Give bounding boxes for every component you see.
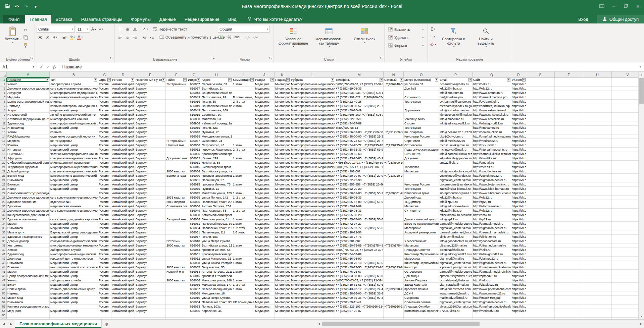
cell-G25[interactable]: 656015 [187,182,201,187]
cell-L27[interactable]: Многопрофильные медицинские центры [290,191,335,196]
cell-M27[interactable]: +7 (3852) 50-01-03, +7 (3852) 50-10-88 [335,191,384,196]
cell-M6[interactable]: +7 (3852) 22-40-28 [335,100,384,104]
cell-F19[interactable]: Докучаево м-н [166,156,187,161]
undo-button[interactable]: ↶▾ [13,2,21,11]
cell-N50[interactable] [384,291,404,296]
cell-I45[interactable]: 1 этаж [232,270,254,274]
cell-I6[interactable]: 2, 3 этаж [232,100,254,104]
cell-C7[interactable]: Россия [98,104,111,108]
cell-C19[interactable]: Россия [98,156,111,161]
cell-F26[interactable] [166,187,187,191]
cell-C3[interactable]: Россия [98,87,111,91]
cell-O8[interactable]: Ядринцева [404,108,439,113]
cell-N55[interactable] [384,313,404,318]
cell-N47[interactable] [384,278,404,283]
cell-K21[interactable]: Многопрофильные медицинские центры [275,165,290,169]
column-header-R[interactable]: R [511,72,526,78]
cell-L15[interactable]: Многопрофильные медицинские центры [290,139,335,143]
filter-button-G[interactable]: ▼ [197,78,200,81]
column-header-D[interactable]: D [111,72,135,78]
cell-O50[interactable]: ДСУ-4 [404,291,439,296]
cell-D8[interactable]: Алтайский край [111,108,135,113]
cell-C14[interactable]: Россия [98,134,111,139]
cell-U4[interactable] [583,91,612,95]
row-header-48[interactable]: 48 [0,283,7,287]
save-button[interactable] [3,2,11,11]
cell-E21[interactable]: Барнаул [135,165,166,169]
cell-N42[interactable] [384,257,404,261]
row-header-53[interactable]: 53 [0,305,7,309]
row-header-8[interactable]: 8 [0,108,7,113]
cell-C32[interactable]: Россия [98,213,111,217]
cell-Q29[interactable]: http://zp22.ru [473,200,511,204]
cell-J42[interactable]: Медицина [254,257,275,261]
cell-M41[interactable]: +7 (3852) 54-67-89 [335,252,384,257]
cell-P18[interactable]: info@barnaul.klinika-rezultat.ru [439,152,473,156]
cell-H36[interactable]: Папанинцев, 111 [201,230,232,235]
cell-K38[interactable]: Многопрофильные медицинские центры [275,239,290,243]
cell-L31[interactable]: Многопрофильные медицинские центры [290,209,335,213]
cell-H25[interactable]: проспект Ленина, 73 [201,182,232,187]
cell-F14[interactable] [166,134,187,139]
cell-Q8[interactable]: http://www.astra-barnaul.ru [473,108,511,113]
column-header-U[interactable]: U [583,72,612,78]
cell-J8[interactable]: Медицина [254,108,275,113]
cell-Q19[interactable]: http://afroditka.ru [473,156,511,161]
cell-C8[interactable]: Россия [98,108,111,113]
cell-U31[interactable] [583,209,612,213]
cell-K53[interactable]: Многопрофильные медицинские центры [275,305,290,309]
cell-E36[interactable]: Барнаул [135,230,166,235]
cell-C5[interactable]: Россия [98,95,111,100]
cell-U7[interactable] [583,104,612,108]
cell-Q31[interactable]: http://kdc22.ru [473,209,511,213]
cell-N21[interactable] [384,165,404,169]
tab-page-layout[interactable]: Разметка страницы [77,15,127,23]
minimize-button[interactable]: ─ [608,0,620,13]
cell-L17[interactable]: Многопрофильные медицинские центры [290,148,335,152]
cell-R3[interactable]: https://vk.com/ [511,87,526,91]
cell-L33[interactable]: Многопрофильные медицинские центры [290,217,335,222]
cell-S20[interactable] [526,161,555,165]
cell-T14[interactable] [555,134,583,139]
cell-D6[interactable]: Алтайский край [111,100,135,104]
cell-M39[interactable]: +7 (3852) 50-75-89, +7(983)175-48-21, +7… [335,243,384,248]
decrease-font-size-button[interactable]: А▼ [98,26,105,33]
cell-A30[interactable]: Здоровье [7,204,50,209]
cell-K20[interactable]: Многопрофильные медицинские центры [275,161,290,165]
cell-O1[interactable]: Метро (Остановка)▼ [404,78,439,82]
cell-T19[interactable] [555,156,583,161]
cell-E51[interactable]: Барнаул [135,296,166,300]
cell-B28[interactable]: сеть консультативно-диагностических цент… [50,196,98,200]
filter-button-L[interactable]: ▼ [331,78,334,81]
cell-L6[interactable]: Многопрофильные медицинские центры [290,100,335,104]
cell-I25[interactable]: 1 этаж [232,182,254,187]
cell-K32[interactable]: Многопрофильные медицинские центры [275,213,290,217]
cell-K34[interactable]: Многопрофильные медицинские центры [275,222,290,226]
cell-R39[interactable]: https://vk.com/ [511,243,526,248]
customize-qat-button[interactable]: ▾ [32,2,40,11]
column-header-K[interactable]: K [275,72,290,78]
cell-C24[interactable]: Россия [98,178,111,182]
cell-E55[interactable] [135,313,166,318]
cell-H7[interactable]: Социалистический проспект, 1 [201,104,232,108]
cell-K24[interactable]: Многопрофильные медицинские центры [275,178,290,182]
cell-E15[interactable]: Барнаул [135,139,166,143]
cell-L38[interactable]: Многопрофильные медицинские центры [290,239,335,243]
new-sheet-button[interactable]: ⊕ [102,320,111,328]
cell-F7[interactable] [166,104,187,108]
cell-A31[interactable]: Детское и взрослое здоровье [7,209,50,213]
cell-U21[interactable] [583,165,612,169]
row-header-17[interactable]: 17 [0,148,7,152]
cell-T21[interactable] [555,165,583,169]
cell-U50[interactable] [583,291,612,296]
cell-D17[interactable]: Алтайский край [111,148,135,152]
scroll-left-icon[interactable]: ◀ [316,322,322,325]
cell-T3[interactable] [555,87,583,91]
font-name-select[interactable]: Calibri▾ [37,26,75,33]
row-header-9[interactable]: 9 [0,113,7,117]
cell-O4[interactable] [404,91,439,95]
cell-N23[interactable]: +7(913)210-93-70 [384,174,404,178]
cell-N16[interactable]: +7(923)795-78-72 [384,143,404,148]
cell-B51[interactable]: медицинский центр [50,296,98,300]
cell-H14[interactable]: Молодежная улица, 20 [201,134,232,139]
